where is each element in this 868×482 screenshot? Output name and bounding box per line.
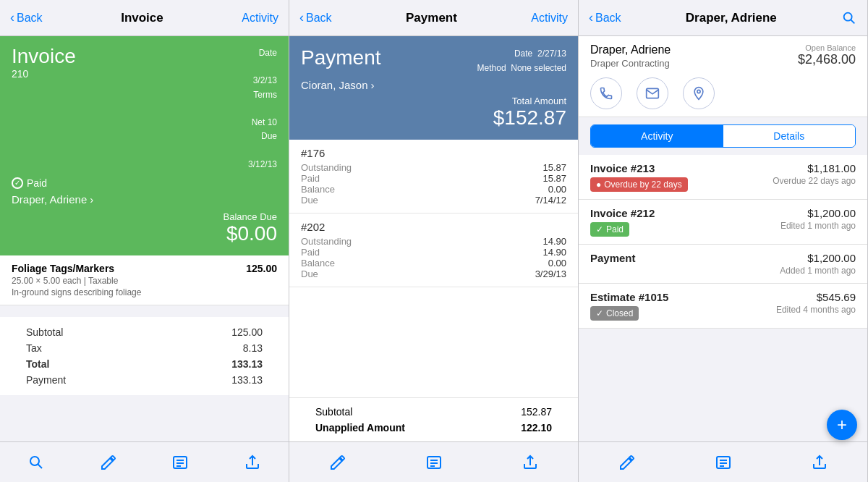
customer-back-label: Back bbox=[595, 12, 621, 25]
call-button[interactable] bbox=[590, 77, 622, 109]
invoice-202-outstanding: Outstanding 14.90 bbox=[301, 236, 566, 247]
invoice-back-button[interactable]: ‹ Back bbox=[10, 10, 43, 25]
customer-share-icon[interactable] bbox=[811, 454, 828, 471]
customer-toolbar bbox=[579, 441, 867, 482]
payment-edit-icon[interactable] bbox=[329, 454, 346, 471]
invoice-date-row: Date 3/2/13 bbox=[248, 46, 277, 88]
invoice-due-row: Due 3/12/13 bbox=[248, 130, 277, 172]
activity-item-payment[interactable]: Payment $1,200.00 Added 1 month ago bbox=[579, 245, 867, 284]
invoice-status: ✓ Paid bbox=[12, 177, 277, 189]
share-toolbar-icon[interactable] bbox=[244, 454, 261, 471]
payment-method-row: Method None selected bbox=[477, 61, 566, 75]
svg-line-11 bbox=[851, 20, 854, 23]
payment-activity-amount: $1,200.00 bbox=[780, 252, 856, 264]
overdue-badge: ● Overdue by 22 days bbox=[590, 177, 688, 192]
edit-toolbar-icon[interactable] bbox=[100, 454, 117, 471]
invoice-213-amount: $1,181.00 bbox=[773, 162, 856, 174]
payment-total-label: Total Amount bbox=[512, 96, 566, 106]
customer-search-button[interactable] bbox=[841, 10, 857, 26]
email-button[interactable] bbox=[637, 77, 668, 109]
invoice-176-paid: Paid 15.87 bbox=[301, 173, 566, 184]
payment-total-amount: $152.87 bbox=[301, 106, 566, 130]
payment-row: Payment 133.13 bbox=[12, 372, 277, 388]
customer-list-icon[interactable] bbox=[715, 454, 732, 471]
invoice-nav: ‹ Back Invoice Activity bbox=[0, 0, 289, 36]
invoice-terms-row: Terms Net 10 bbox=[248, 88, 277, 130]
invoice-212-amount: $1,200.00 bbox=[780, 207, 856, 219]
payment-customer[interactable]: Cioran, Jason › bbox=[301, 79, 566, 91]
invoice-header: Invoice 210 Date 3/2/13 Terms Net 10 Due… bbox=[0, 36, 289, 255]
list-toolbar-icon[interactable] bbox=[171, 454, 189, 471]
invoice-panel: ‹ Back Invoice Activity Invoice 210 Date… bbox=[0, 0, 289, 482]
invoice-176-outstanding: Outstanding 15.87 bbox=[301, 162, 566, 173]
customer-actions bbox=[590, 77, 856, 109]
total-row: Total 133.13 bbox=[12, 356, 277, 372]
location-button[interactable] bbox=[683, 77, 715, 109]
open-balance-label: Open Balance bbox=[798, 43, 856, 52]
closed-badge: ✓ Closed bbox=[590, 306, 639, 321]
invoice-176-due: Due 7/14/12 bbox=[301, 195, 566, 206]
line-item-name: Foliage Tags/Markers 125.00 bbox=[12, 263, 277, 274]
customer-nav: ‹ Back Draper, Adriene bbox=[579, 0, 867, 36]
search-toolbar-icon[interactable] bbox=[27, 454, 45, 471]
svg-point-10 bbox=[844, 12, 852, 20]
open-balance-amount: $2,468.00 bbox=[798, 52, 856, 67]
subtotal-row: Subtotal 125.00 bbox=[12, 324, 277, 340]
activity-item-estimate-1015[interactable]: Estimate #1015 ✓ Closed $545.69 Edited 4… bbox=[579, 284, 867, 329]
invoice-212-title: Invoice #212 bbox=[590, 207, 655, 219]
section-gap bbox=[0, 305, 289, 311]
invoice-back-label: Back bbox=[17, 12, 43, 25]
payment-rows-section: #176 Outstanding 15.87 Paid 15.87 Balanc… bbox=[289, 140, 578, 397]
payment-title: Payment bbox=[301, 46, 381, 69]
invoice-customer[interactable]: Draper, Adriene › bbox=[12, 193, 277, 206]
payment-share-icon[interactable] bbox=[522, 454, 539, 471]
svg-point-12 bbox=[697, 90, 700, 93]
invoice-176-number: #176 bbox=[301, 147, 566, 159]
payment-back-label: Back bbox=[306, 12, 332, 25]
customer-nav-title: Draper, Adriene bbox=[686, 11, 777, 25]
overdue-icon: ● bbox=[596, 179, 601, 190]
invoice-activity-button[interactable]: Activity bbox=[242, 12, 278, 25]
payment-back-button[interactable]: ‹ Back bbox=[299, 10, 332, 25]
customer-name: Draper, Adriene bbox=[590, 43, 671, 56]
payment-nav-title: Payment bbox=[406, 11, 457, 25]
svg-line-1 bbox=[38, 464, 42, 468]
line-item-row[interactable]: Foliage Tags/Markers 125.00 25.00 × 5.00… bbox=[0, 255, 289, 305]
activity-tab[interactable]: Activity bbox=[591, 125, 723, 147]
invoice-nav-title: Invoice bbox=[121, 11, 163, 25]
activity-item-invoice-212[interactable]: Invoice #212 ✓ Paid $1,200.00 Edited 1 m… bbox=[579, 200, 867, 245]
payment-invoice-row-176[interactable]: #176 Outstanding 15.87 Paid 15.87 Balanc… bbox=[289, 140, 578, 213]
estimate-1015-title: Estimate #1015 bbox=[590, 291, 668, 303]
line-item-desc: In-ground signs describing foliage bbox=[12, 287, 277, 297]
payment-list-icon[interactable] bbox=[425, 454, 443, 471]
activity-item-invoice-213[interactable]: Invoice #213 ● Overdue by 22 days $1,181… bbox=[579, 155, 867, 200]
payment-subtotal-row: Subtotal 152.87 bbox=[301, 404, 566, 420]
totals-section: Subtotal 125.00 Tax 8.13 Total 133.13 Pa… bbox=[0, 317, 289, 395]
paid-badge: ✓ Paid bbox=[590, 222, 629, 237]
balance-due-amount: $0.00 bbox=[12, 222, 277, 245]
activity-list: Invoice #213 ● Overdue by 22 days $1,181… bbox=[579, 155, 867, 441]
closed-icon: ✓ bbox=[596, 308, 603, 318]
payment-total-row: Total Amount $152.87 bbox=[301, 96, 566, 130]
payment-panel: ‹ Back Payment Activity Payment Date 2/2… bbox=[289, 0, 579, 482]
payment-meta: Date 2/27/13 Method None selected bbox=[477, 46, 566, 76]
details-tab[interactable]: Details bbox=[723, 125, 856, 147]
payment-subtotals: Subtotal 152.87 Unapplied Amount 122.10 bbox=[289, 397, 578, 441]
customer-back-button[interactable]: ‹ Back bbox=[589, 10, 621, 25]
paid-check-icon: ✓ bbox=[12, 177, 23, 189]
invoice-213-date: Overdue 22 days ago bbox=[773, 176, 856, 186]
customer-company: Draper Contracting bbox=[590, 58, 671, 69]
payment-invoice-row-202[interactable]: #202 Outstanding 14.90 Paid 14.90 Balanc… bbox=[289, 213, 578, 287]
unapplied-amount-row: Unapplied Amount 122.10 bbox=[301, 420, 566, 436]
add-fab-button[interactable]: + bbox=[827, 410, 857, 440]
paid-icon: ✓ bbox=[596, 224, 603, 234]
invoice-meta: Date 3/2/13 Terms Net 10 Due 3/12/13 bbox=[248, 46, 277, 172]
customer-edit-icon[interactable] bbox=[618, 454, 636, 471]
balance-due-label: Balance Due bbox=[224, 211, 277, 222]
estimate-1015-date: Edited 4 months ago bbox=[776, 305, 856, 315]
customer-header: Draper, Adriene Draper Contracting Open … bbox=[579, 36, 867, 117]
payment-header: Payment Date 2/27/13 Method None selecte… bbox=[289, 36, 578, 140]
payment-activity-button[interactable]: Activity bbox=[531, 12, 568, 25]
invoice-202-balance: Balance 0.00 bbox=[301, 258, 566, 269]
line-item-detail: 25.00 × 5.00 each | Taxable bbox=[12, 276, 277, 286]
